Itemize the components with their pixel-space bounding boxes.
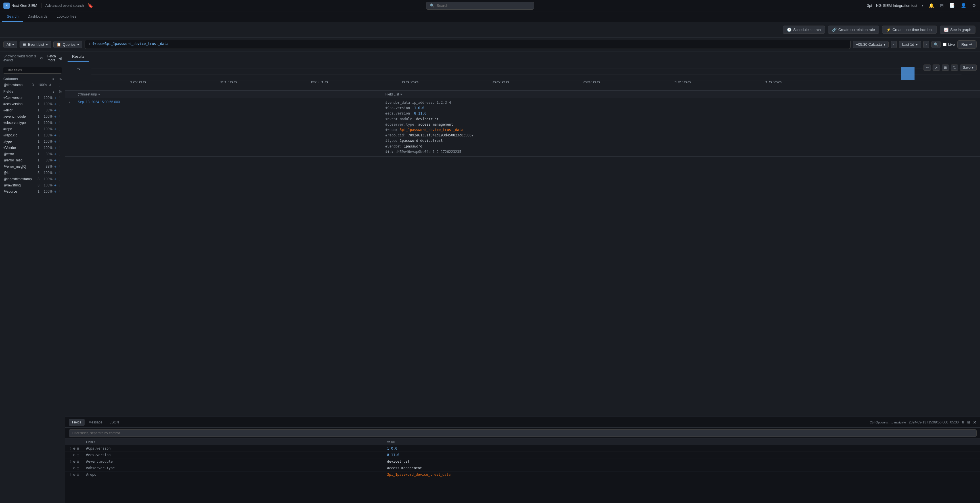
ed-row-cps-version: ⋮ ⊖ ⊟ #Cps.version 1.0.0 (65, 445, 980, 452)
time-range-selector[interactable]: Last 1d ▾ (899, 41, 921, 48)
create-one-time-incident-button[interactable]: ⚡ Create one-time incident (882, 26, 937, 34)
collapse-panel-button[interactable]: ◀ (59, 56, 62, 61)
nav-tab-lookup-files[interactable]: Lookup files (52, 11, 81, 22)
event-list-selector[interactable]: ☰ Event List ▾ (19, 41, 51, 48)
chart-save-button[interactable]: Save ▾ (960, 64, 977, 71)
ed-row-minus-button[interactable]: ⊖ (73, 447, 75, 450)
chart-sort-button[interactable]: ⇅ (951, 64, 958, 71)
event-detail-sort-button[interactable]: ⇅ (961, 420, 964, 424)
field-add-button[interactable]: + (54, 96, 57, 100)
nav-tab-dashboards[interactable]: Dashboards (23, 11, 52, 22)
time-next-button[interactable]: › (923, 41, 929, 48)
zoom-button[interactable]: 🔍 (931, 41, 940, 48)
field-more-button[interactable]: ⋮ (58, 183, 62, 187)
field-more-button[interactable]: ⋮ (58, 164, 62, 169)
env-chevron-icon[interactable]: ▾ (922, 4, 923, 7)
field-add-button[interactable]: + (54, 133, 57, 137)
field-more-button[interactable]: ⋮ (58, 102, 62, 106)
field-more-button[interactable]: ⋮ (58, 190, 62, 193)
ed-row-more-button[interactable]: ⋮ (69, 447, 72, 450)
field-add-button[interactable]: + (54, 183, 57, 188)
ed-row-more-button[interactable]: ⋮ (69, 466, 72, 470)
ed-row-link-button[interactable]: ⊟ (76, 473, 79, 477)
field-item-rawstring: @rawstring 3 100% + ⋮ (0, 182, 65, 188)
ed-row-minus-button[interactable]: ⊖ (73, 473, 75, 477)
event-detail-tab-fields[interactable]: Fields (69, 419, 84, 426)
bookmark-icon[interactable]: 🔖 (88, 3, 93, 8)
field-more-button[interactable]: ⋮ (58, 133, 62, 137)
field-more-button[interactable]: ⋮ (58, 127, 62, 131)
field-add-button[interactable]: + (54, 189, 57, 194)
ed-field-event-module: #event.module (83, 458, 383, 465)
results-tab[interactable]: Results (68, 51, 89, 62)
ed-row-more-button[interactable]: ⋮ (69, 460, 72, 463)
column-more-button[interactable]: ⋮ (58, 83, 62, 87)
filter-selector[interactable]: All ▾ (3, 41, 18, 48)
chart-table-button[interactable]: ⊞ (942, 64, 949, 71)
field-more-button[interactable]: ⋮ (58, 96, 62, 100)
search-input[interactable] (437, 3, 530, 8)
field-more-button[interactable]: ⋮ (58, 115, 62, 118)
ed-row-link-button[interactable]: ⊟ (76, 466, 79, 470)
notifications-icon[interactable]: 🔔 (928, 2, 935, 9)
fetch-more-button[interactable]: ↺ Fetch more (40, 54, 59, 62)
event-detail-close-button[interactable]: ✕ (973, 420, 977, 425)
field-more-button[interactable]: ⋮ (58, 121, 62, 125)
query-input[interactable]: 1#repo=3pi_1password_device_trust_data (84, 40, 851, 49)
schedule-search-button[interactable]: 🕐 Schedule search (783, 26, 825, 34)
field-more-button[interactable]: ⋮ (58, 139, 62, 144)
field-add-button[interactable]: + (54, 108, 57, 113)
row-expand-button[interactable]: › (69, 100, 70, 104)
ed-row-more-button[interactable]: ⋮ (69, 453, 72, 457)
apps-icon[interactable]: ⊞ (939, 2, 944, 9)
nav-tab-search[interactable]: Search (2, 11, 23, 22)
field-more-button[interactable]: ⋮ (58, 177, 62, 181)
ed-row-link-button[interactable]: ⊟ (76, 460, 79, 463)
column-name-timestamp: @timestamp (3, 83, 26, 87)
run-button[interactable]: Run ↵ (957, 40, 977, 49)
field-add-button[interactable]: + (54, 164, 57, 169)
chart-share-button[interactable]: ↗ (932, 64, 940, 71)
field-more-button[interactable]: ⋮ (58, 146, 62, 150)
field-add-button[interactable]: + (54, 114, 57, 119)
field-add-button[interactable]: + (54, 177, 57, 181)
ed-row-link-button[interactable]: ⊟ (76, 447, 79, 450)
event-detail-tab-json[interactable]: JSON (107, 419, 123, 426)
live-toggle[interactable]: Live (943, 42, 955, 46)
ed-row-minus-button[interactable]: ⊖ (73, 460, 75, 463)
field-add-button[interactable]: + (54, 102, 57, 106)
field-more-button[interactable]: ⋮ (58, 152, 62, 156)
event-detail-filter-input[interactable] (69, 430, 977, 437)
col-fieldlist-header[interactable]: Field List ▾ (382, 91, 980, 98)
field-add-button[interactable]: + (54, 171, 57, 175)
field-more-button[interactable]: ⋮ (58, 171, 62, 175)
event-detail-tab-message[interactable]: Message (85, 419, 106, 426)
create-correlation-rule-button[interactable]: 🔗 Create correlation rule (828, 26, 879, 34)
field-filter-input[interactable] (3, 67, 62, 73)
col-timestamp-header[interactable]: @timestamp ▾ (75, 91, 382, 98)
field-add-button[interactable]: + (54, 158, 57, 163)
field-add-button[interactable]: + (54, 152, 57, 156)
queries-selector[interactable]: 📋 Queries ▾ (53, 41, 83, 48)
live-checkbox[interactable] (943, 43, 947, 46)
user-icon[interactable]: 👤 (960, 2, 967, 9)
timezone-selector[interactable]: +05:30 Calcutta ▾ (853, 41, 889, 48)
field-add-button[interactable]: + (54, 139, 57, 144)
time-prev-button[interactable]: ‹ (891, 41, 897, 48)
field-more-button[interactable]: ⋮ (58, 158, 62, 162)
see-in-graph-button[interactable]: 📈 See in graph (940, 26, 975, 34)
ed-row-minus-button[interactable]: ⊖ (73, 466, 75, 470)
field-add-button[interactable]: + (54, 120, 57, 125)
chart-edit-button[interactable]: ✏ (923, 64, 931, 71)
settings-icon[interactable]: ⚙ (972, 2, 977, 9)
ed-row-minus-button[interactable]: ⊖ (73, 453, 75, 457)
bookmarks-icon[interactable]: 📑 (949, 2, 956, 9)
column-refresh-button[interactable]: ↺ (49, 83, 51, 87)
field-more-button[interactable]: ⋮ (58, 108, 62, 112)
event-detail-copy-button[interactable]: ⊟ (967, 420, 970, 424)
ed-row-more-button[interactable]: ⋮ (69, 473, 72, 477)
field-add-button[interactable]: + (54, 127, 57, 131)
field-add-button[interactable]: + (54, 145, 57, 150)
ed-row-link-button[interactable]: ⊟ (76, 453, 79, 457)
ed-col-field-header[interactable]: Field ↑ (83, 439, 383, 445)
